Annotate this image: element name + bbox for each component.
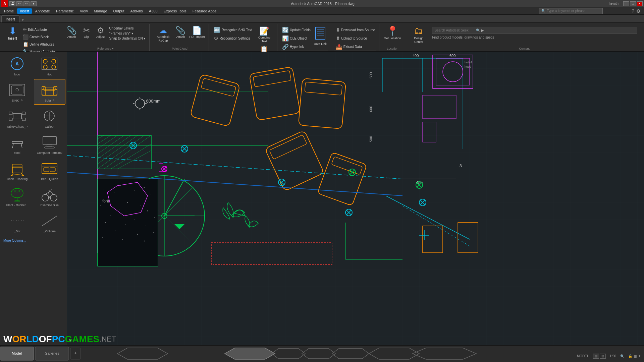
quick-save-btn[interactable]: 💾 xyxy=(9,1,15,6)
more-options-btn[interactable]: More Options... xyxy=(0,237,67,244)
tool-logo[interactable]: A logo xyxy=(1,53,33,78)
tool-stool[interactable]: stool xyxy=(1,131,33,157)
undo-btn[interactable]: ↩ xyxy=(16,1,22,6)
svg-marker-186 xyxy=(332,349,369,359)
clip-btn[interactable]: ✂ Clip xyxy=(80,25,93,40)
tool-oblique[interactable]: _Oblique xyxy=(34,210,66,235)
canvas-area[interactable]: 400 600 500 600 500 hob & hood 450 8 xyxy=(67,52,644,345)
menu-extras[interactable]: ☰ xyxy=(220,8,227,14)
snap-underlays-btn[interactable]: Snap to Underlays ON ▾ xyxy=(108,36,147,41)
tool-sofa-p[interactable]: Sofa_P xyxy=(34,79,66,105)
tool-dot[interactable]: _Dot xyxy=(1,210,33,235)
tool-table-chars-p[interactable]: Table+Chars_P xyxy=(1,105,33,131)
clip-label: Clip xyxy=(84,35,89,39)
upload-source-btn[interactable]: ⬆ Upload to Source xyxy=(334,35,377,42)
adjust-btn[interactable]: ⚙ Adjust xyxy=(94,25,107,40)
minimize-btn[interactable]: — xyxy=(623,1,629,6)
recognition-settings-btn[interactable]: ⚙ Recognition Settings xyxy=(212,35,254,42)
define-attributes-btn[interactable]: 📋 Define Attributes xyxy=(21,41,58,48)
ribbon-group-location: 📍 Set Location Location xyxy=(380,24,405,51)
redo-btn[interactable]: ↪ xyxy=(23,1,30,6)
tool-sink-p[interactable]: SINK_P xyxy=(1,79,33,105)
svg-rect-20 xyxy=(9,112,12,115)
tool-chair-icon xyxy=(7,160,27,177)
create-block-btn[interactable]: ⬛ Create Block xyxy=(21,34,58,40)
recap-label: Autodesk ReCap xyxy=(154,35,172,43)
help-icon[interactable]: ? xyxy=(632,8,634,14)
tool-callout-label: Callout xyxy=(45,125,54,128)
menu-annotate[interactable]: Annotate xyxy=(33,8,53,14)
underlay-layers-btn[interactable]: Underlay Layers xyxy=(108,26,147,31)
menu-expresstools[interactable]: Express Tools xyxy=(161,8,189,14)
content-search-input[interactable] xyxy=(434,28,475,32)
ole-label: OLE Object xyxy=(290,37,307,40)
pdf-import-btn[interactable]: 📄 PDF Import xyxy=(188,25,206,40)
menu-view[interactable]: View xyxy=(77,8,91,14)
maximize-btn[interactable]: □ xyxy=(630,1,636,6)
zoom-icon[interactable]: 🔍 xyxy=(620,354,624,358)
menu-a360[interactable]: A360 xyxy=(146,8,160,14)
svg-line-29 xyxy=(21,143,22,148)
tool-logo-icon: A xyxy=(7,55,27,72)
tool-chair-rocking[interactable]: Chair - Rocking xyxy=(1,158,33,183)
menu-items: Home Insert Annotate Parametric View Man… xyxy=(1,8,227,14)
content-search-box[interactable]: 🔍 ▶ xyxy=(432,27,637,34)
layout-view-btn[interactable]: ⊟ xyxy=(600,354,606,359)
recognize-shx-btn[interactable]: 🔤 Recognize SHX Text xyxy=(212,26,254,34)
ole-object-btn[interactable]: 📊 OLE Object xyxy=(281,35,312,42)
frames-vary-btn[interactable]: *Frames vary* ▾ xyxy=(108,31,147,36)
content-arrow-icon: ▶ xyxy=(481,28,484,32)
quick-access-dropdown[interactable]: ▼ xyxy=(31,1,37,6)
hyperlink-btn[interactable]: 🔗 Hyperlink xyxy=(281,43,312,51)
tool-callout[interactable]: Callout xyxy=(34,105,66,131)
model-view-btn[interactable]: ⊞ xyxy=(593,354,599,359)
attach-pc-btn[interactable]: 📎 Attach xyxy=(174,25,187,40)
autodesk-recap-btn[interactable]: ☁ Autodesk ReCap xyxy=(153,25,173,44)
extract-data-btn[interactable]: 📤 Extract Data xyxy=(334,43,377,51)
content-search-icon: 🔍 xyxy=(476,28,480,32)
design-center-btn[interactable]: 🗂 Design Center xyxy=(409,25,429,45)
combine-text-btn[interactable]: 📝 Combine Text xyxy=(254,26,274,44)
adjust-label: Adjust xyxy=(96,35,105,39)
search-box[interactable]: 🔍 xyxy=(539,8,603,14)
close-btn[interactable]: ✕ xyxy=(637,1,643,6)
snap-icon[interactable]: ✛ xyxy=(638,354,641,358)
menu-featuredapps[interactable]: Featured Apps xyxy=(190,8,219,14)
tool-computer[interactable]: Computer Terminal xyxy=(34,131,66,157)
tool-oblique-label: _Oblique xyxy=(44,230,56,233)
menu-parametric[interactable]: Parametric xyxy=(53,8,76,14)
set-location-btn[interactable]: 📍 Set Location xyxy=(383,25,402,41)
menu-bar: Home Insert Annotate Parametric View Man… xyxy=(0,7,644,15)
frames-vary-label: *Frames vary* ▾ xyxy=(109,32,133,35)
download-source-btn[interactable]: ⬇ Download from Source xyxy=(334,26,377,34)
menu-addins[interactable]: Add-ins xyxy=(128,8,146,14)
attach-btn[interactable]: 📎 Attach xyxy=(64,25,79,40)
menu-output[interactable]: Output xyxy=(111,8,127,14)
grid-icon[interactable]: ▦ xyxy=(634,354,637,358)
menu-home[interactable]: Home xyxy=(1,8,16,14)
tool-hob[interactable]: Hob xyxy=(34,53,66,78)
tab-insert[interactable]: Insert xyxy=(1,15,19,22)
insert-btn[interactable]: ⬇ Insert xyxy=(4,25,21,42)
svg-rect-107 xyxy=(98,179,158,266)
tool-grid: A logo Hob xyxy=(0,52,67,237)
data-link-btn[interactable]: Data Link xyxy=(313,25,328,47)
expand-panels-btn[interactable]: ▼ xyxy=(19,18,26,22)
tool-stool-label: stool xyxy=(14,151,20,155)
update-fields-btn[interactable]: 🔄 Update Fields xyxy=(281,26,312,34)
title-bar-left: A 💾 ↩ ↪ ▼ xyxy=(0,0,37,7)
tool-plant[interactable]: Plant - Rubber... xyxy=(1,184,33,209)
search-input[interactable] xyxy=(547,9,600,13)
ribbon-group-pointcloud: ☁ Autodesk ReCap 📎 Attach 📄 PDF Import P… xyxy=(150,24,209,51)
menu-insert[interactable]: Insert xyxy=(17,8,32,14)
reference-col-btns: Underlay Layers *Frames vary* ▾ Snap to … xyxy=(108,25,147,41)
tool-exercise-bike[interactable]: Exercise Bike xyxy=(34,184,66,209)
tool-table-icon xyxy=(7,108,27,124)
svg-point-111 xyxy=(120,185,121,186)
edit-attribute-btn[interactable]: ✏ Edit Attribute xyxy=(21,26,58,33)
tool-bed-queen[interactable]: Bed - Queen xyxy=(34,158,66,183)
watermark-net: .NET xyxy=(99,335,116,344)
svg-text:hood: hood xyxy=(465,65,471,68)
menu-manage[interactable]: Manage xyxy=(91,8,110,14)
settings-icon[interactable]: ⚙ xyxy=(636,8,641,14)
